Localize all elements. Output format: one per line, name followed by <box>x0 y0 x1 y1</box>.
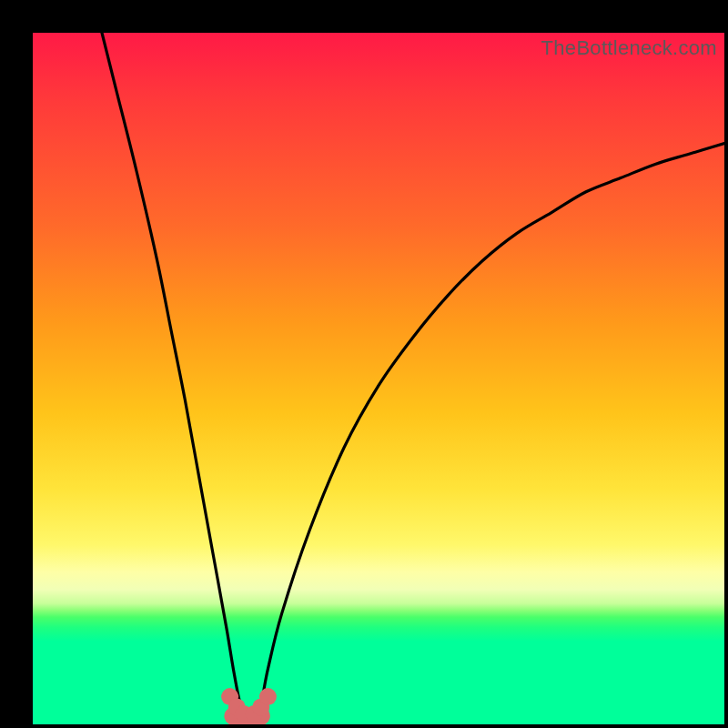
chart-frame: TheBottleneck.com <box>0 0 728 728</box>
marker-dot <box>259 688 277 705</box>
plot-area: TheBottleneck.com <box>33 33 724 724</box>
chart-svg <box>33 33 724 724</box>
bottleneck-curve <box>102 33 724 719</box>
